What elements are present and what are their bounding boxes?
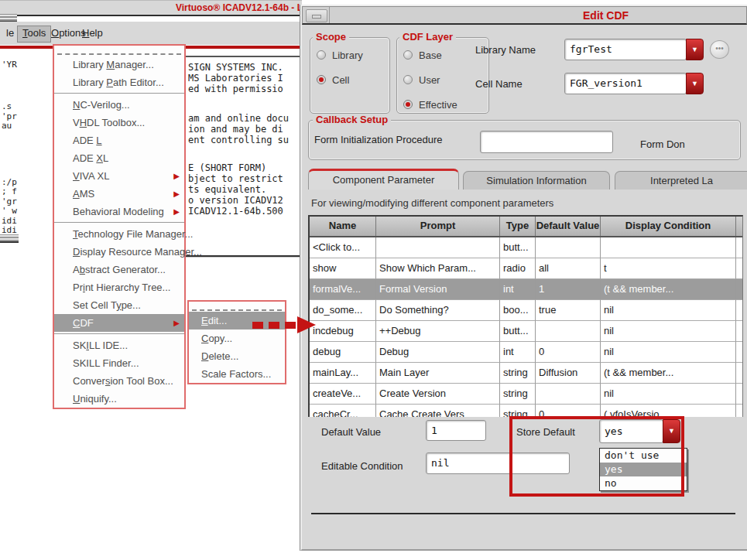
menu-item-scale-factors[interactable]: Scale Factors... <box>189 365 285 383</box>
menubar-item-help[interactable]: Help <box>77 26 108 41</box>
menu-item-library-path-editor[interactable]: Library Path Editor... <box>54 73 184 91</box>
table-row[interactable]: incdebug++Debugbutt...nil <box>310 321 742 342</box>
table-cell[interactable]: butt... <box>500 237 536 258</box>
table-row[interactable]: createVe...Create Versionstringnil <box>310 384 742 405</box>
table-cell[interactable]: Diffusion <box>536 363 601 384</box>
radio-option-effective[interactable]: Effective <box>403 97 457 112</box>
table-cell[interactable] <box>376 237 500 258</box>
tab-component-parameter[interactable]: Component Parameter <box>308 169 459 190</box>
menu-item-ade-l[interactable]: ADE L <box>54 131 184 149</box>
table-cell[interactable] <box>736 237 743 258</box>
table-cell[interactable] <box>736 300 743 321</box>
default-value-field[interactable]: 1 <box>426 420 486 441</box>
menu-item-ams[interactable]: AMS▶ <box>54 185 184 203</box>
table-cell[interactable]: (t && member... <box>601 363 736 384</box>
menu-item-abstract-generator[interactable]: Abstract Generator... <box>54 261 184 278</box>
table-cell[interactable]: cacheCr... <box>310 405 376 417</box>
radio-button-icon[interactable] <box>403 100 413 109</box>
menu-item-viva-xl[interactable]: VIVA XL▶ <box>54 167 184 185</box>
library-name-combo[interactable]: fgrTest <box>564 39 687 60</box>
table-cell[interactable]: ++Debug <box>376 321 500 342</box>
table-cell[interactable]: nil <box>601 321 736 342</box>
column-header[interactable]: Name <box>310 217 376 236</box>
table-cell[interactable]: Formal Version <box>376 279 500 300</box>
table-cell[interactable] <box>536 384 601 405</box>
column-header[interactable]: Prompt <box>376 217 500 236</box>
table-cell[interactable]: boo... <box>500 300 536 321</box>
table-row[interactable]: formalVe...Formal Versionint1(t && membe… <box>310 279 742 300</box>
table-row[interactable]: cacheCr...Cache Create Versstring0( vfoI… <box>310 405 742 417</box>
table-cell[interactable]: nil <box>601 300 736 321</box>
menu-tearoff[interactable] <box>57 46 181 55</box>
cell-name-combo[interactable]: FGR_version1 <box>564 73 687 94</box>
menu-tearoff[interactable] <box>192 302 282 311</box>
table-cell[interactable] <box>736 258 743 279</box>
cell-name-dropdown-button[interactable]: ▼ <box>686 73 704 94</box>
table-cell[interactable]: 0 <box>536 342 601 363</box>
table-cell[interactable]: Debug <box>376 342 500 363</box>
menu-item-uniquify[interactable]: Uniquify... <box>54 390 184 408</box>
table-cell[interactable]: debug <box>310 342 376 363</box>
table-cell[interactable] <box>736 321 743 342</box>
table-cell[interactable]: ( vfoIsVersio <box>601 405 736 417</box>
menu-item-skill-ide[interactable]: SKILL IDE... <box>54 336 184 354</box>
table-cell[interactable]: 1 <box>536 279 601 300</box>
form-init-field[interactable] <box>480 131 613 153</box>
radio-button-icon[interactable] <box>317 75 326 84</box>
radio-option-cell[interactable]: Cell <box>317 72 349 87</box>
table-cell[interactable]: butt... <box>500 321 536 342</box>
table-row[interactable]: do_some...Do Something?boo...truenil <box>310 300 742 321</box>
menu-item-library-manager[interactable]: Library Manager... <box>54 56 184 73</box>
table-cell[interactable] <box>736 384 743 405</box>
radio-button-icon[interactable] <box>317 50 326 60</box>
table-row[interactable]: debugDebugint0nil <box>310 342 742 363</box>
table-cell[interactable]: nil <box>601 342 736 363</box>
table-cell[interactable] <box>736 363 743 384</box>
table-cell[interactable] <box>601 237 736 258</box>
table-cell[interactable]: int <box>500 342 536 363</box>
table-cell[interactable]: radio <box>500 258 536 279</box>
table-cell[interactable]: do_some... <box>310 300 376 321</box>
radio-button-icon[interactable] <box>403 50 413 60</box>
menu-item-ade-xl[interactable]: ADE XL <box>54 149 184 167</box>
column-header[interactable]: Display Condition <box>601 217 736 236</box>
dialog-titlebar[interactable]: Edit CDF <box>302 6 747 25</box>
tab-interpreted-labels[interactable]: Interpreted La <box>615 171 747 190</box>
radio-option-library[interactable]: Library <box>317 47 363 63</box>
table-cell[interactable]: string <box>500 363 536 384</box>
table-cell[interactable]: 0 <box>536 405 601 417</box>
table-cell[interactable] <box>536 237 601 258</box>
menu-item-technology-file-manager[interactable]: Technology File Manager... <box>54 225 184 243</box>
column-header[interactable]: Type <box>500 217 536 236</box>
menu-item-delete[interactable]: Delete... <box>189 347 285 365</box>
table-cell[interactable]: true <box>536 300 601 321</box>
table-cell[interactable] <box>736 279 743 300</box>
table-row[interactable]: mainLay...Main LayerstringDiffusion(t &&… <box>310 363 742 384</box>
radio-button-icon[interactable] <box>403 75 413 84</box>
table-cell[interactable]: Show Which Param... <box>376 258 500 279</box>
table-cell[interactable]: string <box>500 405 536 417</box>
table-cell[interactable]: mainLay... <box>310 363 376 384</box>
radio-option-base[interactable]: Base <box>403 47 442 63</box>
table-cell[interactable]: incdebug <box>310 321 376 342</box>
table-cell[interactable]: Cache Create Vers <box>376 405 500 417</box>
table-cell[interactable]: int <box>500 279 536 300</box>
table-cell[interactable]: (t && member... <box>601 279 736 300</box>
table-cell[interactable]: Create Version <box>376 384 500 405</box>
table-cell[interactable]: createVe... <box>310 384 376 405</box>
window-menu-button[interactable] <box>306 9 327 22</box>
column-header[interactable]: Default Value <box>536 217 601 236</box>
table-cell[interactable]: <Click to... <box>310 237 376 258</box>
table-cell[interactable] <box>736 342 743 363</box>
ciw-scrollbar-fragment[interactable] <box>0 234 19 243</box>
table-row[interactable]: showShow Which Param...radioallt <box>310 258 742 279</box>
table-cell[interactable]: string <box>500 384 536 405</box>
radio-option-user[interactable]: User <box>403 72 440 87</box>
menu-item-conversion-tool-box[interactable]: Conversion Tool Box... <box>54 372 184 390</box>
table-cell[interactable]: t <box>601 258 736 279</box>
table-cell[interactable]: formalVe... <box>310 279 376 300</box>
table-cell[interactable]: all <box>536 258 601 279</box>
column-header[interactable] <box>736 217 743 236</box>
menu-item-cdf[interactable]: CDF▶ <box>54 314 184 332</box>
table-cell[interactable]: Do Something? <box>376 300 500 321</box>
